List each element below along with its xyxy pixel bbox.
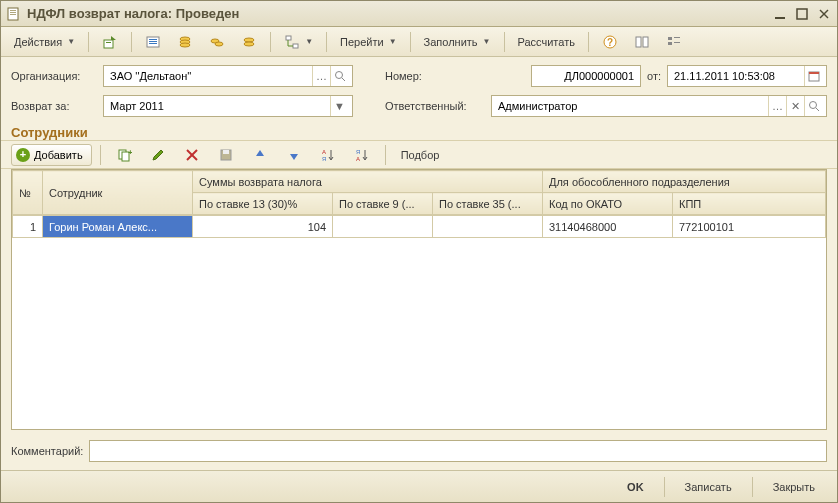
coins2-icon <box>209 34 225 50</box>
calc-button[interactable]: Рассчитать <box>511 31 582 53</box>
save-button[interactable]: Записать <box>673 476 744 498</box>
date-input[interactable] <box>672 69 804 83</box>
sort-desc-button[interactable]: ЯА <box>347 144 377 166</box>
minimize-button[interactable] <box>771 6 789 22</box>
list-icon <box>145 34 161 50</box>
separator <box>385 145 386 165</box>
maximize-button[interactable] <box>793 6 811 22</box>
toolbar-btn-2[interactable] <box>138 31 168 53</box>
grid-body[interactable]: 1 Горин Роман Алекс... 104 31140468000 7… <box>12 215 826 429</box>
cell-r35[interactable] <box>433 216 543 238</box>
responsible-field[interactable]: … ✕ <box>491 95 827 117</box>
separator <box>410 32 411 52</box>
cell-r13[interactable]: 104 <box>193 216 333 238</box>
svg-rect-4 <box>775 17 785 19</box>
arrow-down-icon <box>286 147 302 163</box>
copy-button[interactable]: + <box>109 144 139 166</box>
ellipsis-button[interactable]: … <box>312 66 330 86</box>
edit-button[interactable] <box>143 144 173 166</box>
col-rate35[interactable]: По ставке 35 (... <box>433 193 543 215</box>
close-form-button[interactable]: Закрыть <box>761 476 827 498</box>
col-sep-group[interactable]: Для обособленного подразделения <box>543 171 826 193</box>
ellipsis-button[interactable]: … <box>768 96 786 116</box>
svg-rect-11 <box>149 39 157 40</box>
return-field[interactable]: ▼ <box>103 95 353 117</box>
svg-rect-8 <box>104 40 113 48</box>
help-button[interactable]: ? <box>595 31 625 53</box>
form-area: Организация: … Номер: от: Возврат за: <box>1 57 837 123</box>
number-label: Номер: <box>385 70 435 82</box>
close-button[interactable] <box>815 6 833 22</box>
movedown-button[interactable] <box>279 144 309 166</box>
toolbar-btn-5[interactable] <box>234 31 264 53</box>
moveup-button[interactable] <box>245 144 275 166</box>
col-rate9[interactable]: По ставке 9 (... <box>333 193 433 215</box>
coins3-icon <box>241 34 257 50</box>
cell-num[interactable]: 1 <box>13 216 43 238</box>
dropdown-icon[interactable]: ▼ <box>330 96 348 116</box>
comment-label: Комментарий: <box>11 445 83 457</box>
add-button[interactable]: + Добавить <box>11 144 92 166</box>
help-icon: ? <box>602 34 618 50</box>
table-row[interactable]: 1 Горин Роман Алекс... 104 31140468000 7… <box>13 216 826 238</box>
toolbar-btn-6[interactable]: ▼ <box>277 31 320 53</box>
ok-button[interactable]: OK <box>615 476 656 498</box>
document-icon <box>5 6 21 22</box>
actions-menu[interactable]: Действия▼ <box>7 31 82 53</box>
svg-rect-25 <box>636 37 641 47</box>
toolbar-btn-9[interactable] <box>659 31 689 53</box>
svg-rect-27 <box>668 37 672 40</box>
return-input[interactable] <box>108 99 330 113</box>
save-row-button[interactable] <box>211 144 241 166</box>
col-employee[interactable]: Сотрудник <box>43 171 193 215</box>
goto-menu[interactable]: Перейти▼ <box>333 31 404 53</box>
calendar-icon[interactable] <box>804 66 822 86</box>
cell-r9[interactable] <box>333 216 433 238</box>
col-rate13[interactable]: По ставке 13 (30)% <box>193 193 333 215</box>
org-input[interactable] <box>108 69 312 83</box>
magnifier-icon[interactable] <box>330 66 348 86</box>
svg-rect-9 <box>106 42 111 43</box>
toolbar-btn-8[interactable] <box>627 31 657 53</box>
col-sums-group[interactable]: Суммы возврата налога <box>193 171 543 193</box>
separator <box>588 32 589 52</box>
sort-asc-button[interactable]: АЯ <box>313 144 343 166</box>
arrow-up-icon <box>252 147 268 163</box>
separator <box>270 32 271 52</box>
grid-header: № Сотрудник Суммы возврата налога Для об… <box>12 170 826 215</box>
fill-menu[interactable]: Заполнить▼ <box>417 31 498 53</box>
toolbar-btn-3[interactable] <box>170 31 200 53</box>
svg-point-35 <box>809 102 816 109</box>
org-field[interactable]: … <box>103 65 353 87</box>
return-label: Возврат за: <box>11 100 97 112</box>
layout1-icon <box>634 34 650 50</box>
comment-field[interactable] <box>89 440 827 462</box>
cell-okato[interactable]: 31140468000 <box>543 216 673 238</box>
main-toolbar: Действия▼ ▼ Перейти▼ Заполнить▼ Рассчита… <box>1 27 837 57</box>
pencil-icon <box>150 147 166 163</box>
col-num[interactable]: № <box>13 171 43 215</box>
date-field[interactable] <box>667 65 827 87</box>
number-field[interactable] <box>531 65 641 87</box>
sort-asc-icon: АЯ <box>320 147 336 163</box>
magnifier-icon[interactable] <box>804 96 822 116</box>
cell-kpp[interactable]: 772100101 <box>673 216 826 238</box>
pick-button[interactable]: Подбор <box>394 144 447 166</box>
toolbar-btn-1[interactable] <box>95 31 125 53</box>
svg-point-31 <box>335 72 342 79</box>
toolbar-btn-4[interactable] <box>202 31 232 53</box>
comment-input[interactable] <box>94 444 822 458</box>
export-icon <box>102 34 118 50</box>
comment-row: Комментарий: <box>1 436 837 470</box>
separator <box>664 477 665 497</box>
col-okato[interactable]: Код по ОКАТО <box>543 193 673 215</box>
responsible-input[interactable] <box>496 99 768 113</box>
clear-icon[interactable]: ✕ <box>786 96 804 116</box>
structure-icon <box>284 34 300 50</box>
svg-rect-5 <box>797 9 807 19</box>
cell-employee[interactable]: Горин Роман Алекс... <box>43 216 193 238</box>
delete-button[interactable] <box>177 144 207 166</box>
table-toolbar: + Добавить + АЯ ЯА Подбор <box>1 141 837 169</box>
number-input[interactable] <box>536 69 636 83</box>
col-kpp[interactable]: КПП <box>673 193 826 215</box>
